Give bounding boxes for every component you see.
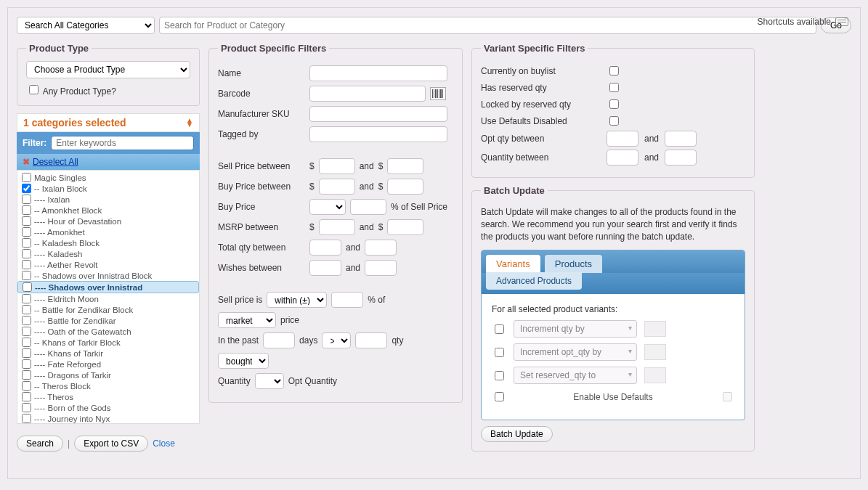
set-reserved-select[interactable]: Set reserved_qty to <box>514 367 637 384</box>
tree-item-checkbox[interactable] <box>22 271 31 280</box>
opt-qty-max[interactable] <box>665 131 697 147</box>
tab-advanced-products[interactable]: Advanced Products <box>486 272 582 290</box>
category-tree[interactable]: Magic Singles-- Ixalan Block---- Ixalan-… <box>17 170 200 424</box>
tree-item-checkbox[interactable] <box>22 305 31 314</box>
tree-item-checkbox[interactable] <box>22 227 31 237</box>
tree-item-checkbox[interactable] <box>22 238 31 248</box>
tree-item[interactable]: ---- Khans of Tarkir <box>17 348 199 359</box>
batch-update-button[interactable]: Batch Update <box>481 426 553 442</box>
tree-item[interactable]: ---- Aether Revolt <box>17 259 199 270</box>
tree-item[interactable]: -- Amonkhet Block <box>17 205 199 216</box>
tree-item[interactable]: ---- Dragons of Tarkir <box>17 369 199 380</box>
tree-item[interactable]: ---- Battle for Zendikar <box>17 315 199 326</box>
tree-item[interactable]: ---- Born of the Gods <box>17 402 199 413</box>
tree-item-checkbox[interactable] <box>22 381 31 391</box>
sell-price-min[interactable] <box>319 158 355 174</box>
tree-item-checkbox[interactable] <box>22 249 31 258</box>
total-qty-max[interactable] <box>365 240 397 256</box>
close-link[interactable]: Close <box>153 438 175 449</box>
set-reserved-checkbox[interactable] <box>495 371 504 380</box>
buy-price-pct-input[interactable] <box>350 199 386 215</box>
tree-item-checkbox[interactable] <box>22 184 31 193</box>
tagged-input[interactable] <box>309 126 447 142</box>
enable-defaults-checkbox[interactable] <box>495 392 504 401</box>
sell-price-max[interactable] <box>387 158 423 174</box>
tree-item[interactable]: -- Shadows over Innistrad Block <box>17 270 199 281</box>
tree-item[interactable]: ---- Journey into Nyx <box>17 413 199 424</box>
use-defaults-disabled-checkbox[interactable] <box>609 116 619 126</box>
sell-price-is-pct[interactable] <box>331 292 363 308</box>
msrp-max[interactable] <box>387 219 423 235</box>
tree-item[interactable]: ---- Theros <box>17 391 199 402</box>
tree-item-checkbox[interactable] <box>22 260 31 269</box>
buy-price-op-select[interactable] <box>309 199 346 215</box>
currently-on-buylist-checkbox[interactable] <box>609 66 619 75</box>
barcode-icon[interactable] <box>430 87 446 100</box>
tab-variants[interactable]: Variants <box>486 255 540 273</box>
quantity-op-select[interactable] <box>255 373 284 389</box>
qty-min[interactable] <box>607 150 638 166</box>
total-qty-min[interactable] <box>309 240 341 256</box>
tab-products[interactable]: Products <box>545 255 602 273</box>
tree-item-checkbox[interactable] <box>22 205 31 215</box>
tree-item[interactable]: -- Khans of Tarkir Block <box>17 337 199 348</box>
inc-qty-select[interactable]: Increment qty by <box>514 320 637 338</box>
past-op-select[interactable]: > <box>322 332 351 348</box>
tree-item-checkbox[interactable] <box>22 216 31 226</box>
search-button[interactable]: Search <box>17 436 63 452</box>
tree-item[interactable]: ---- Hour of Devastation <box>17 216 199 226</box>
buy-price-max[interactable] <box>387 179 423 195</box>
past-days-input[interactable] <box>263 332 295 348</box>
wishes-min[interactable] <box>309 260 341 276</box>
tree-item-checkbox[interactable] <box>22 338 31 347</box>
deselect-all-row[interactable]: ✖ Deselect All <box>17 154 200 170</box>
tree-item-checkbox[interactable] <box>23 282 32 292</box>
inc-qty-checkbox[interactable] <box>495 324 504 334</box>
inc-opt-qty-checkbox[interactable] <box>495 348 504 357</box>
past-qty-input[interactable] <box>355 332 387 348</box>
any-product-type-checkbox[interactable] <box>29 85 38 94</box>
product-type-select[interactable]: Choose a Product Type <box>26 61 190 78</box>
bought-select[interactable]: bought <box>218 353 269 369</box>
tree-item-checkbox[interactable] <box>22 195 31 204</box>
barcode-input[interactable] <box>309 86 426 102</box>
tree-item[interactable]: -- Ixalan Block <box>17 183 199 194</box>
tree-item[interactable]: ---- Amonkhet <box>17 226 199 237</box>
tree-item-checkbox[interactable] <box>22 359 31 369</box>
tree-item-checkbox[interactable] <box>22 414 31 423</box>
tree-item[interactable]: ---- Oath of the Gatewatch <box>17 326 199 337</box>
tree-item-checkbox[interactable] <box>22 294 31 303</box>
tree-item[interactable]: ---- Kaladesh <box>17 248 199 259</box>
tree-item[interactable]: -- Theros Block <box>17 380 199 391</box>
categories-selected-header[interactable]: 1 categories selected ▲▼ <box>17 113 200 132</box>
inc-opt-qty-select[interactable]: Increment opt_qty by <box>514 343 637 361</box>
tree-item-checkbox[interactable] <box>22 316 31 325</box>
has-reserved-qty-checkbox[interactable] <box>609 83 619 92</box>
search-input[interactable] <box>159 17 816 34</box>
tree-item[interactable]: -- Battle for Zendikar Block <box>17 304 199 315</box>
msku-input[interactable] <box>309 106 447 122</box>
tree-item-checkbox[interactable] <box>22 392 31 401</box>
tree-item-checkbox[interactable] <box>22 370 31 380</box>
price-type-select[interactable]: market <box>218 312 276 328</box>
tree-item-checkbox[interactable] <box>22 403 31 412</box>
tree-item[interactable]: ---- Eldritch Moon <box>17 293 199 304</box>
qty-max[interactable] <box>665 150 697 166</box>
tree-item[interactable]: -- Kaladesh Block <box>17 237 199 248</box>
shortcuts-indicator[interactable]: Shortcuts available <box>758 17 848 27</box>
tree-item-checkbox[interactable] <box>22 348 31 358</box>
tree-item[interactable]: ---- Ixalan <box>17 194 199 205</box>
sell-price-is-select[interactable]: within (±) <box>267 292 327 308</box>
opt-qty-min[interactable] <box>607 131 638 147</box>
buy-price-min[interactable] <box>319 179 355 195</box>
name-input[interactable] <box>309 65 447 81</box>
locked-by-reserved-qty-checkbox[interactable] <box>609 99 619 109</box>
msrp-min[interactable] <box>319 219 355 235</box>
export-csv-button[interactable]: Export to CSV <box>74 436 148 452</box>
tree-item[interactable]: ---- Fate Reforged <box>17 359 199 369</box>
tree-item-checkbox[interactable] <box>22 327 31 336</box>
tree-item-checkbox[interactable] <box>22 173 31 182</box>
category-select[interactable]: Search All Categories <box>17 17 155 34</box>
category-filter-input[interactable] <box>51 136 194 150</box>
tree-item[interactable]: Magic Singles <box>17 172 199 183</box>
